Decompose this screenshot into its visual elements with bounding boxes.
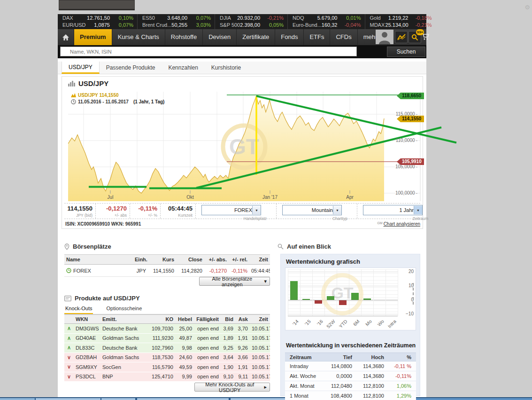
ticker-quote[interactable]: DAX12.761,500,10% bbox=[62, 15, 133, 22]
taskbar-window-button[interactable] bbox=[101, 398, 135, 400]
ticker-column[interactable]: ES503.648,000,07%Brent Crud...50,2553,03… bbox=[137, 14, 215, 29]
bar-14 bbox=[290, 281, 298, 300]
column-header: Einh. bbox=[133, 257, 148, 262]
table-cell: 1,91 bbox=[235, 335, 250, 341]
nav-item-label: Fonds bbox=[281, 33, 298, 40]
table-cell: 49,59 bbox=[175, 364, 194, 370]
product-row[interactable]: ∨GD2BAHGoldman Sachs118,753024,60open en… bbox=[64, 353, 270, 363]
table-row[interactable]: FOREXJPY114,1550114,2820-0,1270-0,11%05:… bbox=[64, 265, 270, 277]
table-cell[interactable]: GD40AE bbox=[74, 335, 100, 341]
table-cell: 114,3680 bbox=[354, 373, 386, 379]
ticker-quote[interactable]: Gold1.219,22-0,18% bbox=[370, 15, 432, 22]
dropdown-zeitraum[interactable]: 1 Jahr▼ bbox=[363, 205, 423, 215]
nav-item-rohstoffe[interactable]: Rohstoffe bbox=[165, 29, 203, 45]
product-row[interactable]: ∨PS3DCLBNP125,47109,99open end9,109,1110… bbox=[64, 372, 270, 382]
table-cell: 10.05.17 bbox=[250, 345, 270, 351]
quote-value: 3.648,00 bbox=[167, 15, 187, 22]
table-header-row: WKNEmitt.KOHebelFälligkeitBidAskZeit bbox=[64, 314, 270, 324]
gm-icon: GM bbox=[377, 221, 382, 225]
ticker-quote[interactable]: EUR/USD1,08750,07% bbox=[62, 22, 133, 29]
nav-item-kurse-charts[interactable]: Kurse & Charts bbox=[112, 29, 165, 45]
produkte-tab-knock-outs[interactable]: Knock-Outs bbox=[64, 306, 93, 314]
table-cell[interactable]: GD2BAH bbox=[74, 354, 100, 360]
produkte-tab-optionsscheine[interactable]: Optionsscheine bbox=[105, 306, 143, 314]
dropdown-handelsplatz[interactable]: FOREX▼ bbox=[201, 205, 261, 215]
table-cell: 3,69 bbox=[221, 326, 235, 331]
chart-analyze-link[interactable]: Chart analysieren bbox=[384, 221, 420, 227]
nav-item-fonds[interactable]: Fonds bbox=[275, 29, 304, 45]
nav-item-zertifikate[interactable]: Zertifikate bbox=[237, 29, 275, 45]
gear-icon[interactable]: ⚙ bbox=[524, 4, 530, 11]
nav-item-devisen[interactable]: Devisen bbox=[203, 29, 237, 45]
cart-badge: 99+ bbox=[416, 29, 424, 35]
table-cell[interactable]: PS3DCL bbox=[74, 374, 100, 379]
ticker-quote[interactable]: Euro-Bund...160,32-0,04% bbox=[293, 22, 361, 29]
performance-row: 1 Monat108,4800112,81001,29% bbox=[285, 391, 416, 400]
column-header: Zeitraum bbox=[288, 354, 324, 360]
select-cell: FOREX▼Handelsplatz bbox=[196, 204, 277, 219]
quote-change-pct: 0,05% bbox=[260, 22, 284, 29]
mini-scroll-indicator bbox=[413, 283, 414, 305]
search-input[interactable] bbox=[60, 47, 357, 56]
compare-charts-button[interactable] bbox=[395, 31, 408, 43]
tab-kennzahlen[interactable]: Kennzahlen bbox=[162, 62, 204, 74]
avatar-icon bbox=[376, 30, 393, 44]
tab-usd-jpy[interactable]: USD/JPY bbox=[62, 62, 100, 74]
quote-change-pct: 0,07% bbox=[187, 15, 211, 22]
table-cell: 114,3680 bbox=[354, 363, 386, 369]
column-header: Hoch bbox=[354, 354, 386, 360]
ticker-quote[interactable]: S&P 5002.398,000,05% bbox=[220, 22, 284, 29]
tab-kurshistorie[interactable]: Kurshistorie bbox=[205, 62, 247, 74]
ticker-quote[interactable]: Brent Crud...50,2553,03% bbox=[142, 22, 211, 29]
nav-item-premium[interactable]: Premium bbox=[74, 29, 112, 45]
quote-cell-label: +/- abs bbox=[97, 213, 127, 218]
nav-item-label: Devisen bbox=[208, 33, 231, 40]
product-row[interactable]: ∧DM3GWSDeutsche Bank109,703025,00open en… bbox=[64, 324, 270, 334]
table-cell[interactable]: DM3GWS bbox=[74, 326, 100, 331]
table-cell: 116,5790 bbox=[146, 364, 175, 370]
taskbar-window-button[interactable] bbox=[36, 398, 100, 400]
home-icon[interactable] bbox=[58, 29, 74, 45]
auf-einen-blick-header: Auf einen Blick bbox=[278, 243, 331, 250]
dropdown-charttyp[interactable]: Mountain▼ bbox=[282, 205, 342, 215]
ticker-quote[interactable]: ES503.648,000,07% bbox=[142, 15, 211, 22]
table-cell: 112,8100 bbox=[354, 383, 386, 389]
ticker-quote[interactable]: NDQ5.679,000,01% bbox=[293, 15, 361, 22]
ticker-column[interactable]: NDQ5.679,000,01%Euro-Bund...160,32-0,04% bbox=[287, 14, 364, 29]
select-cell: 1 Jahr▼Zeitraum bbox=[357, 204, 438, 219]
table-cell[interactable]: DL833C bbox=[74, 345, 100, 351]
ticker-quote[interactable]: MDAX25.134,00-0,21% bbox=[370, 22, 432, 29]
table-cell: 3,70 bbox=[235, 326, 250, 331]
nav-item-cfds[interactable]: CFDs bbox=[330, 29, 357, 45]
column-header: Kurs bbox=[148, 257, 176, 262]
table-cell[interactable]: SGM9XY bbox=[74, 364, 100, 370]
nav-item-etfs[interactable]: ETFs bbox=[304, 29, 330, 45]
dropdown-value: FOREX bbox=[202, 207, 252, 213]
x-axis-line bbox=[288, 316, 398, 316]
more-knockouts-button[interactable]: Mehr Knock-Outs auf USD/JPY▸ bbox=[194, 383, 270, 392]
search-submit-button[interactable]: Suchen bbox=[387, 47, 425, 57]
table-cell: -0,11 % bbox=[386, 363, 413, 369]
bar-52W bbox=[327, 296, 334, 300]
tab-passende-produkte[interactable]: Passende Produkte bbox=[100, 62, 162, 74]
ticker-column[interactable]: DJIA20.932,00-0,21%S&P 5002.398,000,05% bbox=[215, 14, 287, 29]
exchange-name[interactable]: FOREX bbox=[73, 268, 91, 274]
arrow-down-icon: ∨ bbox=[64, 374, 74, 380]
ticker-column[interactable]: DAX12.761,500,10%EUR/USD1,08750,07% bbox=[58, 14, 137, 29]
product-row[interactable]: ∨SGM9XYSocGen116,579049,59open end1,901,… bbox=[64, 362, 270, 372]
all-exchanges-button[interactable]: Alle Börsenplätze anzeigen▾ bbox=[199, 277, 270, 286]
table-cell: 10.05.17 bbox=[250, 335, 270, 341]
table-cell: 114,2820 bbox=[176, 268, 204, 274]
bar-YTD bbox=[339, 300, 347, 305]
taskbar-window-button[interactable] bbox=[137, 398, 229, 400]
product-row[interactable]: ∧DL833CDeutsche Bank102,79609,98open end… bbox=[64, 343, 270, 353]
quote-value: 1,0875 bbox=[94, 22, 110, 29]
quote-cell-label: +/- % bbox=[131, 213, 157, 218]
ticker-quote[interactable]: DJIA20.932,00-0,21% bbox=[220, 15, 284, 22]
column-header: Close bbox=[176, 257, 204, 262]
ticker-column[interactable]: Gold1.219,22-0,18%MDAX25.134,00-0,21% bbox=[365, 14, 441, 29]
product-row[interactable]: ∧GD40AEGoldman Sachs111,923049,87open en… bbox=[64, 334, 270, 344]
taskbar-window-button[interactable] bbox=[0, 398, 35, 400]
column-header: Name bbox=[64, 257, 133, 262]
user-avatar[interactable] bbox=[376, 30, 393, 44]
